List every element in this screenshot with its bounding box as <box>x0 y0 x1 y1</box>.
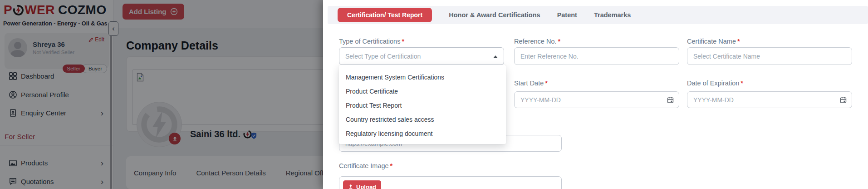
modal-tab-bar: Certification/ Test Report Honor & Award… <box>328 6 868 24</box>
reference-no-input[interactable] <box>514 47 679 65</box>
type-of-certifications-select[interactable]: Select Type of Certification <box>339 47 504 65</box>
start-date-input[interactable] <box>514 91 679 108</box>
app-screen: P WER COZMO Power Generation - Energy - … <box>0 0 868 189</box>
calendar-icon[interactable] <box>839 96 847 104</box>
tab-patent[interactable]: Patent <box>557 11 577 19</box>
certificate-name-input[interactable] <box>687 47 852 65</box>
certificate-name-label: Certificate Name* <box>687 38 852 45</box>
tab-honor-award-certifications[interactable]: Honor & Award Certifications <box>449 11 540 19</box>
dropdown-option[interactable]: Country restricted sales access <box>339 112 506 126</box>
dropdown-option[interactable]: Management System Certifications <box>339 70 506 84</box>
reference-no-label: Reference No.* <box>514 38 679 45</box>
dropdown-option[interactable]: Product Test Report <box>339 98 506 112</box>
certification-modal: Certification/ Test Report Honor & Award… <box>323 0 868 189</box>
caret-up-icon <box>493 55 498 58</box>
date-of-expiration-field <box>687 91 852 108</box>
certificate-image-label: Certificate Image* <box>339 162 392 169</box>
upload-icon <box>348 184 353 189</box>
certification-type-dropdown: Management System Certifications Product… <box>339 65 506 144</box>
tab-trademarks[interactable]: Trademarks <box>594 11 631 19</box>
certificate-image-dropzone[interactable]: Upload <box>339 176 562 189</box>
dropdown-option[interactable]: Product Certificate <box>339 84 506 98</box>
dropdown-option[interactable]: Regulatory licensing document <box>339 126 506 140</box>
date-of-expiration-label: Date of Expiration* <box>687 80 852 87</box>
tab-certification-test-report[interactable]: Certification/ Test Report <box>338 8 432 22</box>
type-of-certifications-label: Type of Certifications* <box>339 38 504 45</box>
date-of-expiration-input[interactable] <box>687 91 852 108</box>
upload-button[interactable]: Upload <box>343 180 381 189</box>
start-date-field <box>514 91 679 108</box>
calendar-icon[interactable] <box>667 96 674 104</box>
start-date-label: Start Date* <box>514 80 679 87</box>
